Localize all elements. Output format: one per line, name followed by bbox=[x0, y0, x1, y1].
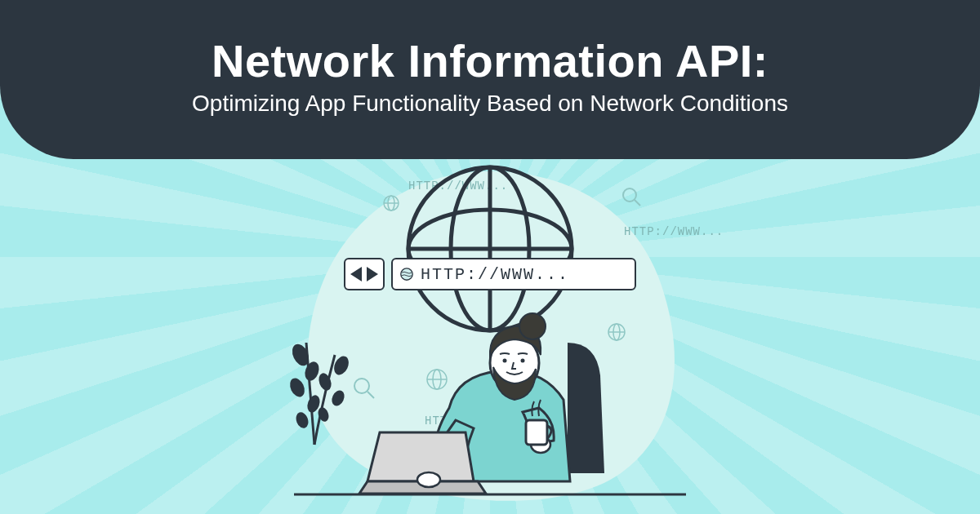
svg-point-33 bbox=[521, 359, 525, 363]
nav-buttons-group bbox=[344, 258, 385, 290]
back-button-icon bbox=[350, 267, 362, 281]
decor-search-icon-1 bbox=[621, 186, 644, 209]
person-illustration bbox=[245, 286, 735, 514]
url-globe-icon bbox=[399, 267, 414, 281]
svg-rect-29 bbox=[526, 420, 547, 445]
svg-point-32 bbox=[503, 359, 507, 363]
forward-button-icon bbox=[367, 267, 378, 281]
svg-point-34 bbox=[417, 472, 440, 487]
browser-addressbar: HTTP://WWW... bbox=[344, 258, 636, 290]
svg-point-31 bbox=[519, 313, 546, 339]
decor-globe-icon-1 bbox=[382, 194, 400, 212]
page-subtitle: Optimizing App Functionality Based on Ne… bbox=[192, 91, 788, 117]
svg-line-10 bbox=[635, 200, 640, 206]
header-banner: Network Information API: Optimizing App … bbox=[0, 0, 980, 159]
url-text: HTTP://WWW... bbox=[421, 265, 569, 284]
url-input-box: HTTP://WWW... bbox=[391, 258, 636, 290]
svg-point-9 bbox=[623, 188, 636, 202]
svg-point-18 bbox=[401, 268, 412, 280]
page-title: Network Information API: bbox=[212, 34, 768, 87]
decor-url-2: HTTP://WWW... bbox=[624, 225, 724, 238]
